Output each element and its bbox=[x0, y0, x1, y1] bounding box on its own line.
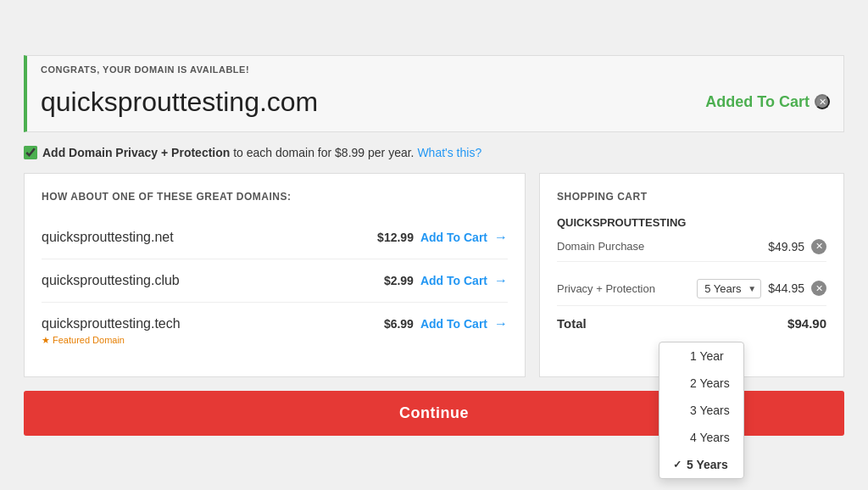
option-label-4years: 4 Years bbox=[690, 431, 730, 444]
option-label-5years: 5 Years bbox=[687, 458, 728, 471]
domain-purchase-label: Domain Purchase bbox=[557, 240, 644, 253]
arrow-icon-2: → bbox=[494, 273, 508, 288]
privacy-price: $44.95 bbox=[768, 281, 804, 295]
privacy-whats-this-link[interactable]: What's this? bbox=[417, 146, 481, 159]
domain-item-right-3: $6.99 Add To Cart → bbox=[384, 316, 508, 331]
domain-item-right-2: $2.99 Add To Cart → bbox=[384, 273, 508, 288]
cart-total-row: Total $94.90 bbox=[557, 306, 826, 331]
domain-price-1: $12.99 bbox=[377, 231, 414, 244]
remove-privacy-button[interactable]: ✕ bbox=[811, 281, 826, 296]
list-item: quicksprouttesting.tech $6.99 Add To Car… bbox=[42, 303, 508, 359]
option-label-2years: 2 Years bbox=[690, 376, 730, 390]
cart-privacy-right: 1 Year 2 Years 3 Years 4 Years 5 Years ▼… bbox=[697, 279, 826, 298]
domain-item-right-1: $12.99 Add To Cart → bbox=[377, 230, 508, 245]
option-label-1year: 1 Year bbox=[690, 349, 724, 363]
domain-price-3: $6.99 bbox=[384, 317, 414, 331]
checkmark-icon: ✓ bbox=[673, 459, 682, 471]
suggested-domains-panel: HOW ABOUT ONE OF THESE GREAT DOMAINS: qu… bbox=[24, 173, 526, 377]
years-dropdown-popup: 1 Year 2 Years 3 Years 4 Years ✓ 5 Years bbox=[659, 342, 744, 479]
star-icon: ★ bbox=[42, 335, 50, 346]
total-label: Total bbox=[557, 316, 587, 331]
list-item: quicksprouttesting.club $2.99 Add To Car… bbox=[42, 259, 508, 303]
domain-row: quicksprouttesting.com Added To Cart ✕ bbox=[41, 80, 830, 126]
added-to-cart-label: Added To Cart bbox=[705, 93, 810, 111]
added-to-cart-badge: Added To Cart ✕ bbox=[705, 93, 830, 111]
remove-domain-purchase-button[interactable]: ✕ bbox=[811, 239, 826, 254]
main-domain-name: quicksprouttesting.com bbox=[41, 86, 318, 118]
suggested-domains-title: HOW ABOUT ONE OF THESE GREAT DOMAINS: bbox=[42, 191, 508, 203]
add-to-cart-link-1[interactable]: Add To Cart bbox=[420, 231, 487, 244]
cart-title: SHOPPING CART bbox=[557, 191, 826, 203]
privacy-rest: to each domain for $8.99 per year. bbox=[230, 146, 414, 159]
suggested-domain-name-1: quicksprouttesting.net bbox=[42, 230, 174, 245]
add-to-cart-link-2[interactable]: Add To Cart bbox=[420, 274, 487, 287]
list-item: quicksprouttesting.net $12.99 Add To Car… bbox=[42, 216, 508, 259]
arrow-icon-1: → bbox=[494, 230, 508, 245]
page-container: CONGRATS, YOUR DOMAIN IS AVAILABLE! quic… bbox=[10, 42, 858, 449]
remove-main-domain-button[interactable]: ✕ bbox=[815, 94, 830, 109]
cart-privacy-label: Privacy + Protection bbox=[557, 282, 655, 295]
cart-privacy-row: Privacy + Protection 1 Year 2 Years 3 Ye… bbox=[557, 272, 826, 306]
dropdown-option-4years[interactable]: 4 Years bbox=[659, 424, 743, 451]
total-price: $94.90 bbox=[787, 316, 826, 331]
dropdown-option-1year[interactable]: 1 Year bbox=[659, 342, 743, 370]
congrats-text: CONGRATS, YOUR DOMAIN IS AVAILABLE! bbox=[41, 64, 830, 75]
privacy-checkbox[interactable] bbox=[24, 146, 37, 159]
suggested-domain-name-2: quicksprouttesting.club bbox=[42, 273, 180, 288]
cart-domain-name: QUICKSPROUTTESTING bbox=[557, 216, 826, 229]
cart-domain-purchase-row: Domain Purchase $49.95 ✕ bbox=[557, 232, 826, 262]
option-label-3years: 3 Years bbox=[690, 404, 730, 417]
domain-price-2: $2.99 bbox=[384, 274, 414, 287]
years-select-wrapper: 1 Year 2 Years 3 Years 4 Years 5 Years ▼ bbox=[697, 279, 761, 298]
congrats-banner: CONGRATS, YOUR DOMAIN IS AVAILABLE! quic… bbox=[24, 55, 844, 132]
privacy-bold: Add Domain Privacy + Protection bbox=[42, 146, 230, 159]
two-col-layout: HOW ABOUT ONE OF THESE GREAT DOMAINS: qu… bbox=[24, 173, 844, 377]
add-to-cart-link-3[interactable]: Add To Cart bbox=[420, 317, 487, 331]
privacy-years-select[interactable]: 1 Year 2 Years 3 Years 4 Years 5 Years bbox=[697, 279, 761, 298]
domain-purchase-price: $49.95 bbox=[768, 240, 804, 253]
privacy-row: Add Domain Privacy + Protection to each … bbox=[24, 146, 844, 159]
featured-label: Featured Domain bbox=[53, 335, 125, 345]
arrow-icon-3: → bbox=[494, 316, 508, 331]
dropdown-option-5years[interactable]: ✓ 5 Years bbox=[659, 451, 743, 478]
dropdown-option-2years[interactable]: 2 Years bbox=[659, 370, 743, 397]
featured-badge: ★ Featured Domain bbox=[42, 335, 125, 346]
dropdown-option-3years[interactable]: 3 Years bbox=[659, 397, 743, 424]
suggested-domain-name-3: quicksprouttesting.tech bbox=[42, 316, 181, 331]
privacy-text: Add Domain Privacy + Protection to each … bbox=[42, 146, 481, 159]
shopping-cart-panel: SHOPPING CART QUICKSPROUTTESTING Domain … bbox=[539, 173, 844, 377]
cart-domain-item: QUICKSPROUTTESTING Domain Purchase $49.9… bbox=[557, 216, 826, 262]
cart-domain-right: $49.95 ✕ bbox=[768, 239, 826, 254]
